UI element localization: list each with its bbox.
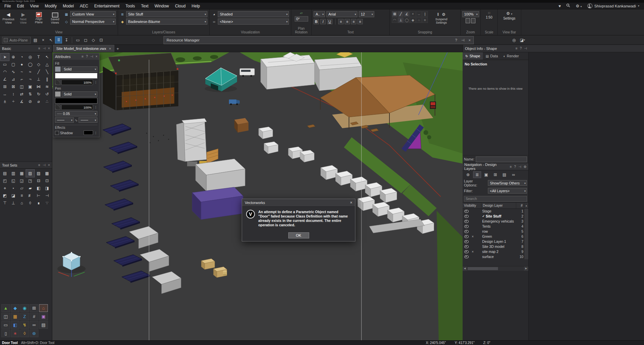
navigation-pin-icon[interactable]: ⊣: [518, 165, 521, 169]
snip-icon[interactable]: ×: [39, 36, 47, 44]
negate-tool[interactable]: ¬: [26, 76, 34, 83]
navigation-gear-icon[interactable]: ⚙: [524, 165, 527, 169]
landmark-tool[interactable]: ⊢: [34, 192, 43, 199]
snap-object-icon[interactable]: ╱: [398, 11, 404, 17]
suspend-snapping-icon[interactable]: ‖: [437, 12, 439, 17]
protractor-tool[interactable]: ∡: [18, 98, 26, 105]
plan-rotation-input[interactable]: 0°: [295, 16, 308, 22]
red-equipment[interactable]: [430, 102, 436, 109]
grade-tool[interactable]: ◊: [26, 199, 34, 207]
visibility-eye-icon[interactable]: [464, 230, 469, 233]
grid-tool[interactable]: ⊞: [1, 83, 9, 90]
current-view-dropdown[interactable]: Custom View: [70, 11, 116, 17]
layer-row[interactable]: Tents4: [463, 224, 528, 229]
filter-dropdown[interactable]: <All Layers>: [488, 188, 527, 194]
zoom-dropdown[interactable]: 100%: [462, 11, 479, 17]
layer-row[interactable]: Stage1: [463, 209, 528, 214]
attributes-close-icon[interactable]: ×: [95, 55, 97, 58]
flyover-tool[interactable]: ◔: [18, 53, 26, 61]
grid-snap-icon[interactable]: ⠿: [55, 36, 62, 44]
fill-options-icon[interactable]: ⋮: [94, 81, 97, 84]
move-vertical-tool[interactable]: ↕: [9, 90, 18, 98]
beam-tool[interactable]: ◧: [34, 184, 43, 192]
bold-button[interactable]: B: [314, 19, 319, 24]
vertical-scrollbar[interactable]: [524, 239, 528, 244]
column-tool[interactable]: ◲: [18, 177, 26, 184]
move-horizontal-tool[interactable]: ↔: [1, 90, 9, 98]
layer-row[interactable]: ×site map 29: [463, 249, 528, 254]
measure-set[interactable]: ═: [30, 321, 38, 329]
vertical-scrollbar[interactable]: [524, 234, 528, 239]
basic-palette-header[interactable]: Basic ≡ ⊣ ×: [0, 45, 52, 52]
pan-tool[interactable]: ⊕: [9, 53, 18, 61]
menu-file[interactable]: File: [1, 3, 14, 9]
fill-style-dropdown[interactable]: Solid: [62, 66, 97, 72]
visibility-eye-icon[interactable]: [464, 255, 469, 258]
active-layer-dropdown[interactable]: Site Stuff: [126, 11, 207, 17]
vertical-scrollbar[interactable]: [524, 244, 528, 249]
triangle-tool[interactable]: △: [43, 61, 51, 68]
clip-tool[interactable]: ⊠: [9, 83, 18, 90]
irrigation-tool[interactable]: ⊤: [1, 199, 9, 207]
space-tool[interactable]: ⋆: [9, 184, 18, 192]
object-info-pin-icon[interactable]: ⊣: [524, 47, 527, 50]
resource-manager-bar[interactable]: Resource Manager ? ⊣ ×: [164, 36, 474, 44]
site-planning-set[interactable]: ▲: [1, 304, 10, 312]
rotate-tool[interactable]: ↻: [34, 90, 43, 98]
menu-view[interactable]: View: [27, 3, 42, 9]
snap-grid-icon[interactable]: ⊞: [392, 11, 398, 17]
slab-tool[interactable]: ⊟: [34, 177, 43, 184]
truss-tool[interactable]: ◩: [1, 192, 9, 199]
split-set[interactable]: ◧: [11, 321, 20, 329]
basic-pin-icon[interactable]: ⊣: [42, 47, 46, 50]
menu-model[interactable]: Model: [60, 3, 77, 9]
tool-sets-pin-icon[interactable]: ⊣: [42, 163, 46, 167]
fit-page-icon[interactable]: [471, 18, 475, 23]
tab-close-icon[interactable]: ×: [109, 47, 111, 51]
bezier-tool[interactable]: ≈: [26, 68, 34, 76]
snap-smart-icon[interactable]: ≡: [422, 17, 428, 23]
rotate-ccw-tool[interactable]: ↺: [43, 90, 51, 98]
roof-tool[interactable]: ◰: [1, 177, 9, 184]
trim-tool[interactable]: ⊘: [26, 98, 34, 105]
navigation-help-icon[interactable]: ?: [514, 165, 516, 169]
angle-tool[interactable]: ∠: [1, 76, 9, 83]
shadow-checkbox[interactable]: [55, 131, 59, 135]
scrollbar-thumb[interactable]: [468, 267, 498, 270]
snapping-settings-icon[interactable]: ⚙: [442, 12, 446, 17]
ceiling-grid-tool[interactable]: ▱: [18, 184, 26, 192]
column-number[interactable]: #: [516, 203, 524, 208]
snap-angle-icon[interactable]: ∠: [404, 11, 410, 17]
target-set[interactable]: ⊚: [30, 329, 38, 337]
scrollbar-track[interactable]: [467, 266, 524, 271]
marker-dropdown[interactable]: ───: [79, 117, 97, 123]
visibility-eye-icon[interactable]: [464, 220, 469, 223]
massing-model-tool[interactable]: ⌂: [18, 199, 26, 207]
column-design-layer[interactable]: Design Layer: [481, 203, 516, 208]
attributes-palette[interactable]: Attributes ≡ ? ⊣ × Fill Solid: [53, 53, 99, 137]
align-plane-button[interactable]: Align Plane: [32, 11, 46, 24]
align-justify-icon[interactable]: ≡: [357, 19, 363, 24]
snap-intersection-icon[interactable]: ×: [410, 11, 416, 17]
classes-icon[interactable]: ⊞: [491, 171, 499, 178]
resource-manager-close-icon[interactable]: ×: [469, 38, 471, 42]
basic-close-icon[interactable]: ×: [48, 47, 50, 50]
pen-opacity-icon[interactable]: [55, 105, 60, 110]
vertical-scrollbar[interactable]: [524, 219, 528, 224]
poly-mode-icon[interactable]: ◇: [90, 36, 97, 44]
vertical-scrollbar[interactable]: [524, 254, 528, 259]
rect-mode-icon[interactable]: ▭: [74, 36, 81, 44]
snap-distance-icon[interactable]: ↔: [416, 11, 422, 17]
menu-window[interactable]: Window: [151, 3, 172, 9]
render-set[interactable]: ▣: [39, 313, 48, 320]
pen-color-chip[interactable]: [55, 91, 61, 97]
layer-options-dropdown[interactable]: Show/Snap Others: [488, 180, 527, 186]
fill-color-swatch[interactable]: [55, 73, 97, 79]
fill-opacity-icon[interactable]: [55, 80, 60, 85]
divide-tool[interactable]: ÷: [9, 98, 18, 105]
tab-data[interactable]: ▤Data: [483, 52, 501, 60]
visibility-eye-icon[interactable]: [464, 240, 469, 243]
fit-icon[interactable]: ↖: [47, 36, 54, 44]
line-weight-dropdown[interactable]: ── 0.05: [55, 111, 97, 116]
reorder-tool[interactable]: ⇅: [26, 90, 34, 98]
